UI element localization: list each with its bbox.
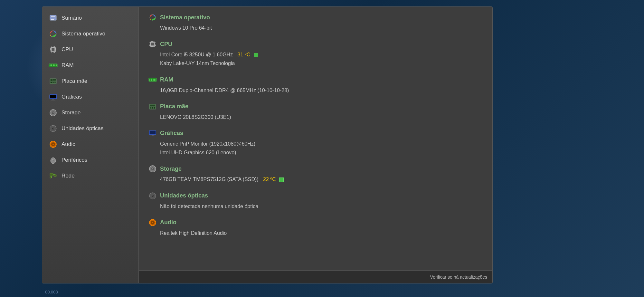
sidebar-label-graficas: Gráficas	[62, 94, 82, 100]
svg-point-91	[152, 222, 153, 223]
svg-rect-26	[51, 79, 52, 81]
section-header-cpu: CPU	[148, 40, 483, 48]
sidebar-item-audio[interactable]: Audio	[43, 137, 137, 152]
section-placa: Placa mãe LENOVO 20L8S2G300 (U3E1)	[148, 102, 483, 121]
sidebar-label-opticas: Unidades ópticas	[62, 125, 103, 132]
section-icon-storage	[148, 165, 157, 173]
sidebar-item-rede[interactable]: Rede	[43, 168, 137, 184]
sidebar-item-graficas[interactable]: Gráficas	[43, 89, 137, 105]
svg-rect-47	[50, 173, 53, 176]
sidebar-item-sistema[interactable]: Sistema operativo	[43, 26, 137, 42]
sidebar-label-ram: RAM	[62, 62, 74, 69]
section-title-ram: RAM	[160, 76, 173, 83]
section-icon-graficas	[148, 129, 157, 138]
svg-point-30	[55, 82, 56, 83]
section-ram: RAM 16,0GB Duplo-Channel DDR4 @ 665MHz (…	[148, 76, 483, 95]
sidebar-label-rede: Rede	[62, 173, 75, 179]
storage-temp: 22 ºC	[263, 177, 276, 182]
bottom-bar: Verificar se há actualizações	[139, 270, 492, 283]
svg-point-28	[51, 82, 52, 83]
svg-rect-33	[52, 99, 54, 100]
cpu-temp-icon	[254, 53, 258, 57]
sidebar-item-sumario[interactable]: Sumário	[43, 10, 137, 26]
section-storage: Storage 476GB TEAM TM8PS7512G (SATA (SSD…	[148, 165, 483, 184]
section-detail-storage: 476GB TEAM TM8PS7512G (SATA (SSD)) 22 ºC	[148, 175, 483, 184]
section-title-cpu: CPU	[160, 41, 172, 48]
svg-rect-80	[150, 131, 156, 134]
svg-rect-72	[156, 79, 156, 81]
cpu-temp: 31 ºC	[238, 52, 251, 57]
sidebar-label-perifericos: Periféricos	[62, 157, 87, 163]
svg-rect-71	[154, 79, 155, 81]
section-icon-ram	[148, 76, 157, 84]
svg-rect-49	[54, 175, 56, 177]
section-cpu: CPU Intel Core i5 8250U @ 1.60GHz 31 ºC …	[148, 40, 483, 68]
sidebar-label-sumario: Sumário	[62, 15, 82, 21]
section-audio: Audio Realtek High Definition Audio	[148, 218, 483, 237]
section-detail-cpu: Intel Core i5 8250U @ 1.60GHz 31 ºC Kaby…	[148, 50, 483, 68]
svg-point-40	[53, 128, 53, 129]
section-icon-audio	[148, 218, 157, 227]
section-icon-opticas	[148, 192, 157, 200]
section-header-storage: Storage	[148, 165, 483, 173]
sidebar-label-sistema: Sistema operativo	[62, 31, 105, 37]
svg-rect-24	[56, 64, 57, 66]
svg-rect-81	[152, 135, 154, 136]
cpu-icon	[49, 45, 58, 54]
svg-rect-32	[50, 95, 56, 98]
svg-point-43	[52, 144, 54, 145]
sidebar-item-perifericos[interactable]: Periféricos	[43, 152, 137, 168]
section-sistema: Sistema operativo Windows 10 Pro 64-bit	[148, 13, 483, 32]
svg-point-85	[152, 168, 153, 169]
opticas-icon	[49, 124, 58, 133]
audio-icon	[49, 140, 58, 149]
svg-point-78	[154, 107, 155, 109]
svg-rect-23	[54, 64, 55, 66]
svg-rect-21	[51, 64, 52, 66]
section-title-opticas: Unidades ópticas	[160, 192, 208, 199]
storage-icon	[49, 108, 58, 117]
sidebar-label-cpu: CPU	[62, 46, 73, 53]
sidebar-item-opticas[interactable]: Unidades ópticas	[43, 121, 137, 136]
svg-rect-45	[52, 158, 54, 160]
svg-rect-34	[51, 100, 55, 101]
section-detail-sistema: Windows 10 Pro 64-bit	[148, 24, 483, 32]
section-detail-ram: 16,0GB Duplo-Channel DDR4 @ 665MHz (10-1…	[148, 86, 483, 95]
update-button[interactable]: Verificar se há actualizações	[430, 274, 487, 280]
section-detail-graficas: Generic PnP Monitor (1920x1080@60Hz) Int…	[148, 139, 483, 157]
section-title-graficas: Gráficas	[160, 130, 183, 137]
svg-rect-69	[151, 79, 152, 81]
svg-rect-20	[50, 64, 51, 66]
section-title-storage: Storage	[160, 166, 182, 172]
svg-rect-22	[53, 64, 54, 66]
section-header-graficas: Gráficas	[148, 129, 483, 138]
main-content: Sistema operativo Windows 10 Pro 64-bit	[139, 7, 492, 270]
section-header-placa: Placa mãe	[148, 102, 483, 111]
svg-rect-54	[151, 43, 154, 45]
svg-point-29	[53, 82, 54, 83]
section-header-opticas: Unidades ópticas	[148, 192, 483, 200]
sidebar-item-placa[interactable]: Placa mãe	[43, 73, 137, 89]
section-header-ram: RAM	[148, 76, 483, 84]
ram-icon	[49, 61, 58, 70]
placa-icon	[49, 77, 58, 86]
sidebar-label-placa: Placa mãe	[62, 78, 87, 84]
svg-point-37	[53, 112, 54, 113]
sidebar-item-cpu[interactable]: CPU	[43, 42, 137, 57]
section-title-sistema: Sistema operativo	[160, 14, 210, 21]
svg-rect-76	[150, 107, 151, 109]
svg-rect-6	[52, 48, 54, 51]
sidebar-item-storage[interactable]: Storage	[43, 105, 137, 120]
section-opticas: Unidades ópticas Não foi detectada nenhu…	[148, 192, 483, 211]
graficas-icon	[49, 92, 58, 101]
section-detail-opticas: Não foi detectada nenhuma unidade óptica	[148, 202, 483, 211]
sidebar-label-storage: Storage	[62, 110, 81, 116]
sidebar-item-ram[interactable]: RAM	[43, 58, 137, 73]
svg-rect-68	[149, 79, 150, 81]
svg-rect-74	[150, 105, 152, 106]
section-graficas: Gráficas Generic PnP Monitor (1920x1080@…	[148, 129, 483, 157]
perifericos-icon	[49, 156, 58, 165]
section-header-sistema: Sistema operativo	[148, 13, 483, 22]
section-icon-placa	[148, 102, 157, 111]
sumario-icon	[49, 14, 58, 23]
